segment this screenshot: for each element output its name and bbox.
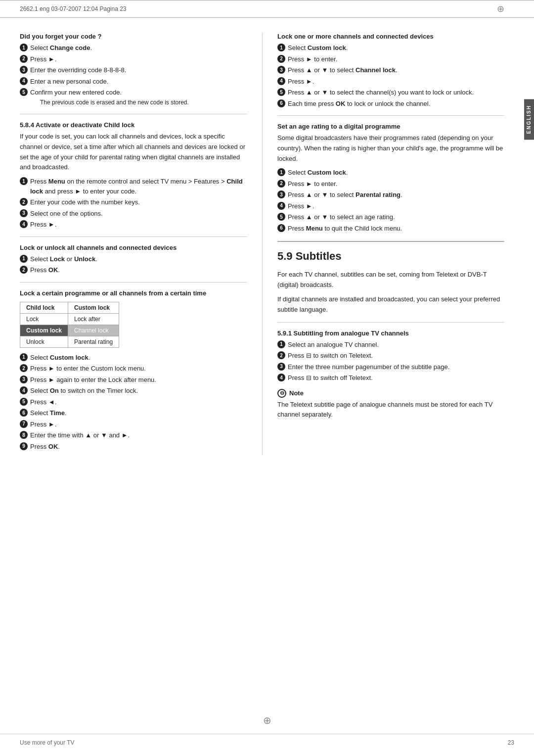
table-cell-unlock: Unlock	[20, 336, 68, 347]
age-rating-heading: Set an age rating to a digital programme	[277, 123, 504, 130]
left-column: Did you forget your code ? 1 Select Chan…	[20, 33, 262, 455]
step-num: 7	[20, 420, 28, 428]
table-cell-parentalrating: Parental rating	[68, 336, 119, 347]
activate-childlock-section: 5.8.4 Activate or deactivate Child lock …	[20, 121, 247, 230]
table-cell-lockafter: Lock after	[68, 313, 119, 325]
lock-time-section: Lock a certain programme or all channels…	[20, 289, 247, 452]
activate-heading: 5.8.4 Activate or deactivate Child lock	[20, 121, 247, 129]
list-item: 6 Select Time.	[20, 408, 247, 418]
step-num: 6	[20, 409, 28, 417]
list-item: 3 Enter the three number pagenumber of t…	[277, 362, 504, 372]
lock-unlock-section: Lock or unlock all channels and connecte…	[20, 244, 247, 275]
list-item: 2 Press ⊟ to switch on Teletext.	[277, 351, 504, 361]
subtitling-heading: 5.9.1 Subtitling from analogue TV channe…	[277, 330, 504, 337]
list-item: 1 Select Change code.	[20, 43, 247, 53]
subtitling-steps-list: 1 Select an analogue TV channel. 2 Press…	[277, 340, 504, 383]
list-item: 6 Each time press OK to lock or unlock t…	[277, 99, 504, 109]
step-num: 3	[277, 190, 285, 198]
activate-steps-list: 1 Press Menu on the remote control and s…	[20, 177, 247, 230]
list-item: 5 Press ▲ or ▼ to select an age rating.	[277, 212, 504, 222]
list-item: 1 Press Menu on the remote control and s…	[20, 177, 247, 196]
subtitles-main-heading: 5.9 Subtitles	[277, 250, 504, 265]
list-item: 5 Press ◄.	[20, 397, 247, 407]
list-item: 4 Press ►.	[277, 201, 504, 211]
list-item: 3 Select one of the options.	[20, 209, 247, 219]
note-icon: ⊖	[277, 389, 286, 398]
list-item: 1 Select Custom lock.	[277, 43, 504, 53]
table-cell-lock: Lock	[20, 313, 68, 325]
list-item: 4 Press ►.	[20, 220, 247, 230]
step-num: 2	[277, 351, 285, 359]
table-header-row: Child lock Custom lock	[20, 302, 119, 313]
section-59-divider	[277, 241, 504, 242]
list-item: 6 Press Menu to quit the Child lock menu…	[277, 224, 504, 234]
subtitles-intro2: If digital channels are installed and br…	[277, 294, 504, 315]
subtitling-analogue-section: 5.9.1 Subtitling from analogue TV channe…	[277, 330, 504, 421]
list-item: 4 Press ⊟ to switch off Teletext.	[277, 373, 504, 383]
footer: Use more of your TV 23	[0, 734, 534, 746]
step-num: 1	[277, 44, 285, 51]
custom-lock-steps-list: 1 Select Custom lock. 2 Press ► to enter…	[20, 353, 247, 452]
lock-time-heading: Lock a certain programme or all channels…	[20, 289, 247, 297]
step-num: 3	[20, 66, 28, 74]
step-num: 8	[20, 431, 28, 439]
activate-intro: If your code is set, you can lock all ch…	[20, 132, 247, 173]
divider	[20, 114, 247, 114]
step-num: 1	[277, 168, 285, 176]
divider	[20, 282, 247, 283]
lock-unlock-heading: Lock or unlock all channels and connecte…	[20, 244, 247, 251]
age-rating-section: Set an age rating to a digital programme…	[277, 123, 504, 233]
step-num: 5	[20, 88, 28, 96]
step-num: 2	[20, 55, 28, 63]
list-item: 5 Press ▲ or ▼ to select the channel(s) …	[277, 88, 504, 97]
step-num: 4	[277, 77, 285, 85]
main-content: Did you forget your code ? 1 Select Chan…	[0, 18, 534, 455]
subtitles-intro1: For each TV channel, subtitles can be se…	[277, 270, 504, 290]
list-item: 2 Press ► to enter the Custom lock menu.	[20, 364, 247, 374]
note-heading: ⊖ Note	[277, 389, 504, 398]
step-num: 4	[20, 220, 28, 228]
step-num: 1	[20, 353, 28, 361]
list-item: 3 Press ▲ or ▼ to select Parental rating…	[277, 190, 504, 200]
footer-left: Use more of your TV	[20, 739, 74, 746]
list-item: 4 Enter a new personal code.	[20, 77, 247, 87]
list-item: 7 Press ►.	[20, 420, 247, 429]
step-num: 4	[20, 386, 28, 394]
step-num: 2	[277, 180, 285, 188]
list-item: 9 Press OK.	[20, 442, 247, 452]
page-container: 2662.1 eng 03-07-2007 12:04 Pagina 23 ⊕ …	[0, 0, 534, 756]
step-num: 1	[20, 44, 28, 51]
list-item: 3 Press ▲ or ▼ to select Channel lock.	[277, 65, 504, 75]
list-item: 2 Enter your code with the number keys.	[20, 197, 247, 207]
table-header-childlock: Child lock	[20, 302, 68, 313]
age-rating-intro: Some digital broadcasters have their pro…	[277, 133, 504, 164]
footer-right: 23	[508, 739, 514, 746]
step-num: 2	[20, 266, 28, 274]
list-item: 2 Press ►.	[20, 54, 247, 64]
table-cell-customlock: Custom lock	[20, 325, 68, 336]
forgot-code-section: Did you forget your code ? 1 Select Chan…	[20, 33, 247, 107]
list-item: 1 Select Custom lock.	[20, 353, 247, 363]
lock-unlock-list: 1 Select Lock or Unlock. 2 Press OK.	[20, 254, 247, 275]
forgot-code-heading: Did you forget your code ?	[20, 33, 247, 40]
table-row: Unlock Parental rating	[20, 336, 119, 347]
subtitles-section: 5.9 Subtitles For each TV channel, subti…	[277, 250, 504, 420]
note-box: ⊖ Note The Teletext subtitle page of ana…	[277, 389, 504, 421]
divider	[20, 236, 247, 237]
crosshair-bottom: ⊕	[263, 714, 271, 726]
step-num: 5	[20, 398, 28, 406]
vertical-english-tab: ENGLISH	[524, 99, 534, 140]
table-header-customlock: Custom lock	[68, 302, 119, 313]
list-item: 3 Enter the overriding code 8-8-8-8.	[20, 65, 247, 75]
divider	[277, 322, 504, 323]
step-num: 2	[277, 55, 285, 63]
divider	[277, 115, 504, 116]
list-item: 2 Press OK.	[20, 265, 247, 275]
lock-table: Child lock Custom lock Lock Lock after C…	[20, 302, 119, 348]
lock-more-section: Lock one or more channels and connected …	[277, 33, 504, 108]
step-num: 2	[20, 198, 28, 206]
table-row: Custom lock Channel lock	[20, 325, 119, 336]
step-num: 4	[277, 202, 285, 210]
step-num: 2	[20, 364, 28, 372]
step-num: 3	[20, 209, 28, 217]
